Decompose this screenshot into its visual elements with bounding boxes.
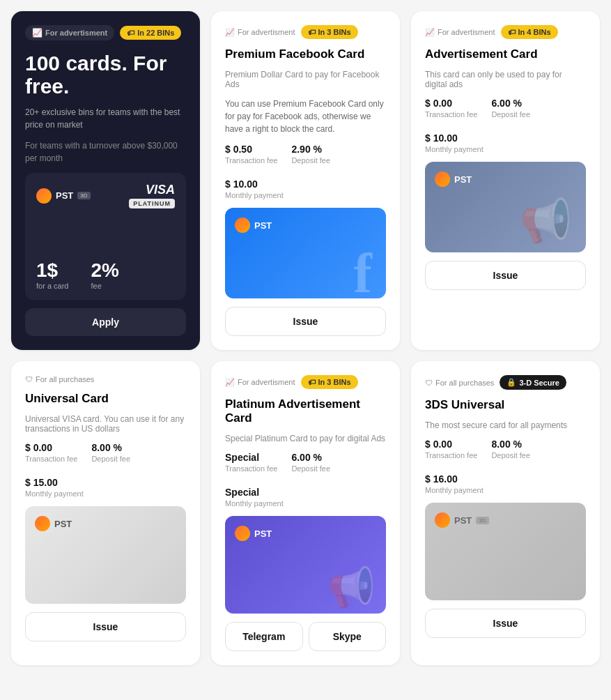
- universal-image: PST: [25, 506, 186, 604]
- promo-badge-right: 🏷 In 22 BINs: [120, 26, 181, 40]
- 3ds-fee-transaction: $ 0.00 Transaction fee: [425, 439, 477, 459]
- 3ds-fee-deposit: 8.00 % Deposit fee: [491, 439, 530, 459]
- platinum-ad-header: 📈 For advertisment 🏷 In 3 BINs: [225, 375, 386, 389]
- advertisement-header: 📈 For advertisment 🏷 In 4 BINs: [425, 25, 586, 39]
- fee-transaction-value: $ 0.50: [225, 144, 277, 155]
- plat-fee-monthly: Special Monthly payment: [225, 487, 284, 508]
- premium-facebook-fees: $ 0.50 Transaction fee 2.90 % Deposit fe…: [225, 144, 386, 199]
- price-per-card-value: 1$: [36, 259, 68, 282]
- tag-icon-4: 🏷: [308, 378, 316, 386]
- premium-facebook-subtitle: Premium Dollar Card to pay for Facebook …: [225, 70, 386, 89]
- premium-facebook-header: 📈 For advertisment 🏷 In 3 BINs: [225, 25, 386, 39]
- pst-logo-icon-plat: [235, 526, 250, 541]
- ad-fee-transaction-value: $ 0.00: [425, 98, 477, 109]
- fee-price-label: fee: [91, 282, 118, 290]
- platinum-ad-badge-left: 📈 For advertisment: [225, 378, 295, 387]
- universal-fees: $ 0.00 Transaction fee 8.00 % Deposit fe…: [25, 442, 186, 498]
- promo-card: 📈 For advertisment 🏷 In 22 BINs 100 card…: [11, 11, 200, 350]
- 3ds-fee-monthly: $ 16.00 Monthly payment: [425, 473, 484, 494]
- fee-monthly-label: Monthly payment: [225, 191, 284, 199]
- pst-logo-text-3ds: PST: [454, 515, 472, 526]
- universal-header: 🛡 For all purchases: [25, 375, 186, 383]
- advertisement-card: 📈 For advertisment 🏷 In 4 BINs Advertise…: [411, 11, 600, 350]
- promo-subtitle2: For teams with a turnover above $30,000 …: [25, 139, 186, 165]
- pst-logo-icon-ad: [435, 172, 450, 187]
- ad-fee-monthly-value: $ 10.00: [425, 132, 484, 144]
- universal-image-inner: PST: [25, 506, 186, 604]
- advertisement-image: PST 📢: [425, 162, 586, 252]
- univ-fee-deposit-label: Deposit fee: [91, 455, 130, 463]
- ad-fee-monthly-label: Monthly payment: [425, 145, 484, 153]
- pst-logo-icon-fb: [235, 218, 250, 233]
- fee-price: 2% fee: [91, 259, 118, 290]
- premium-facebook-desc: You can use Premium Facebook Card only f…: [225, 98, 386, 135]
- promo-card-visual-bottom: 1$ for a card 2% fee: [36, 259, 175, 290]
- chart-icon-2: 📈: [225, 28, 235, 37]
- platinum-ad-subtitle: Special Platinum Card to pay for digital…: [225, 434, 386, 443]
- platinum-ad-buttons: Telegram Skype: [225, 622, 386, 651]
- 3ds-fee-transaction-value: $ 0.00: [425, 439, 477, 450]
- univ-fee-monthly-label: Monthly payment: [25, 489, 84, 498]
- skype-button[interactable]: Skype: [309, 622, 387, 651]
- universal-title: Universal Card: [25, 392, 186, 406]
- promo-badge-left: 📈 For advertisment: [25, 25, 114, 40]
- tag-icon-2: 🏷: [308, 28, 316, 36]
- 3ds-fee-deposit-label: Deposit fee: [491, 451, 530, 459]
- platinum-ad-card: 📈 For advertisment 🏷 In 3 BINs Platinum …: [211, 361, 400, 665]
- premium-facebook-image: PST f: [225, 208, 386, 298]
- univ-fee-deposit: 8.00 % Deposit fee: [91, 442, 130, 463]
- 3ds-issue-button[interactable]: Issue: [425, 609, 586, 638]
- ad-fee-transaction-label: Transaction fee: [425, 110, 477, 119]
- pst-logo-text-univ: PST: [54, 519, 72, 529]
- 3ds-image-inner: PST 3D: [425, 503, 586, 600]
- 3ds-universal-card: 🛡 For all purchases 🔒 3-D Secure 3DS Uni…: [411, 361, 600, 665]
- plat-fee-deposit-label: Deposit fee: [291, 464, 330, 473]
- fee-deposit-label: Deposit fee: [291, 156, 330, 165]
- lock-icon: 🔒: [506, 378, 516, 387]
- fee-monthly-value: $ 10.00: [225, 178, 284, 190]
- 3ds-fee-monthly-label: Monthly payment: [425, 486, 484, 494]
- premium-facebook-issue-button[interactable]: Issue: [225, 307, 386, 336]
- plat-fee-deposit: 6.00 % Deposit fee: [291, 452, 330, 473]
- plat-fee-monthly-value: Special: [225, 487, 284, 498]
- platinum-ad-fees: Special Transaction fee 6.00 % Deposit f…: [225, 452, 386, 508]
- fee-monthly: $ 10.00 Monthly payment: [225, 178, 284, 199]
- fee-transaction-label: Transaction fee: [225, 156, 277, 165]
- 3ds-badge-card: 3D: [476, 517, 488, 524]
- ad-fee-monthly: $ 10.00 Monthly payment: [425, 132, 484, 153]
- plat-fee-transaction-label: Transaction fee: [225, 464, 277, 473]
- shield-icon-2: 🛡: [425, 379, 433, 387]
- advertisement-fees: $ 0.00 Transaction fee 6.00 % Deposit fe…: [425, 98, 586, 153]
- pst-logo-icon: [36, 188, 52, 204]
- promo-card-header: 📈 For advertisment 🏷 In 22 BINs: [25, 25, 186, 40]
- pst-logo-univ: PST: [35, 516, 72, 531]
- 3ds-subtitle: The most secure card for all payments: [425, 420, 586, 430]
- premium-facebook-title: Premium Facebook Card: [225, 47, 386, 61]
- universal-issue-button[interactable]: Issue: [25, 612, 186, 641]
- 3ds-fee-monthly-value: $ 16.00: [425, 473, 484, 485]
- platinum-badge: PLATINUM: [129, 199, 175, 208]
- advertisement-issue-button[interactable]: Issue: [425, 261, 586, 290]
- pst-logo-text-ad: PST: [454, 174, 472, 185]
- pst-logo-ad: PST: [435, 172, 472, 187]
- premium-facebook-badge-right: 🏷 In 3 BINs: [301, 25, 358, 39]
- premium-facebook-badge-left: 📈 For advertisment: [225, 28, 295, 37]
- shield-icon: 🛡: [25, 375, 33, 383]
- pst-logo-icon-univ: [35, 516, 50, 531]
- pst-logo-fb: PST: [235, 218, 272, 233]
- apply-button[interactable]: Apply: [25, 308, 186, 336]
- 3ds-badge-right: 🔒 3-D Secure: [500, 375, 566, 390]
- premium-facebook-card: 📈 For advertisment 🏷 In 3 BINs Premium F…: [211, 11, 400, 350]
- ad-fee-deposit-value: 6.00 %: [491, 98, 530, 109]
- promo-card-visual-top: PST 3D VISA PLATINUM: [36, 183, 175, 208]
- pst-logo-icon-3ds: [435, 512, 450, 528]
- 3ds-title: 3DS Universal: [425, 398, 586, 412]
- plat-fee-transaction: Special Transaction fee: [225, 452, 277, 473]
- pst-logo-3ds: PST 3D: [435, 512, 489, 528]
- telegram-button[interactable]: Telegram: [225, 622, 303, 651]
- cards-grid: 📈 For advertisment 🏷 In 22 BINs 100 card…: [11, 11, 600, 665]
- advertisement-subtitle: This card can only be used to pay for di…: [425, 70, 586, 89]
- platinum-ad-title: Platinum Advertisement Card: [225, 397, 386, 425]
- 3ds-fees: $ 0.00 Transaction fee 8.00 % Deposit fe…: [425, 439, 586, 494]
- universal-card: 🛡 For all purchases Universal Card Unive…: [11, 361, 200, 665]
